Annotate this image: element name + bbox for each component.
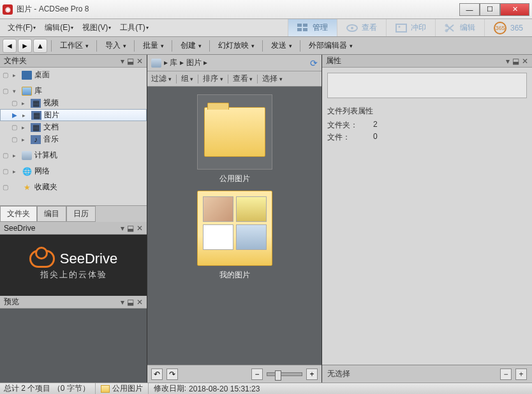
panel-menu-icon[interactable]: ▾ (506, 57, 510, 66)
nav-forward-button[interactable]: ► (18, 39, 32, 53)
zoom-out-button[interactable]: − (251, 368, 263, 380)
prop-files-label: 文件： (327, 132, 360, 143)
menu-view[interactable]: 视图(V)▾ (78, 21, 115, 34)
import-menu[interactable]: 导入 (101, 39, 130, 52)
breadcrumb: ▸ 库 ▸ 图片 ▸ ⟳ (147, 55, 321, 71)
thumb-my-pictures[interactable]: 我的图片 (196, 191, 273, 281)
breadcrumb-root[interactable]: ▸ 库 (164, 57, 177, 68)
svg-point-7 (398, 26, 400, 27)
folder-open-icon (197, 191, 272, 266)
menubar: 文件(F)▾ 编辑(E)▾ 视图(V)▾ 工具(T)▾ 管理 查看 冲印 编辑 … (0, 19, 532, 37)
external-editor-menu[interactable]: 外部编辑器 (305, 39, 357, 52)
mode-develop[interactable]: 冲印 (386, 19, 435, 36)
group-menu[interactable]: 组 (181, 73, 194, 84)
preview-panel-header: 预览 ▾⬓✕ (0, 296, 147, 309)
breadcrumb-current[interactable]: ▸ 图片 ▸ (180, 57, 207, 68)
mode-view[interactable]: 查看 (337, 19, 386, 36)
tree-pictures[interactable]: ▶▸▦图片 (0, 109, 147, 121)
scissors-icon (445, 24, 456, 33)
workspace-menu[interactable]: 工作区 (56, 39, 92, 52)
library-icon (151, 59, 161, 68)
tree-desktop[interactable]: ▢▸桌面 (0, 69, 147, 81)
panel-menu-icon[interactable]: ▾ (121, 224, 124, 233)
prop-folders-label: 文件夹： (327, 120, 360, 131)
folder-tree: ▢▸桌面 ▢▾库 ▢▸▦视频 ▶▸▦图片 ▢▸▦文档 ▢▸♪音乐 ▢▸计算机 ▢… (0, 68, 147, 205)
menu-edit[interactable]: 编辑(E)▾ (41, 21, 77, 34)
seedrive-slogan: 指尖上的云体验 (40, 269, 107, 281)
svg-point-5 (351, 27, 353, 29)
panel-pin-icon[interactable]: ⬓ (127, 224, 134, 233)
seedrive-brand: SeeDrive (60, 251, 117, 267)
titlebar: ◉ 图片 - ACDSee Pro 8 — ☐ ✕ (0, 0, 532, 19)
365-icon: 365 (494, 22, 506, 34)
panel-menu-icon[interactable]: ▾ (121, 57, 124, 66)
svg-rect-2 (297, 28, 302, 31)
minimize-button[interactable]: — (459, 3, 480, 16)
thumb-public-pictures[interactable]: 公用图片 (196, 94, 273, 184)
tab-calendar[interactable]: 日历 (66, 206, 96, 222)
properties-field[interactable] (327, 73, 527, 98)
preview-area (0, 309, 147, 383)
maximize-button[interactable]: ☐ (480, 3, 500, 16)
nav-back-button[interactable]: ◄ (3, 39, 17, 53)
svg-rect-1 (303, 24, 307, 27)
mode-365[interactable]: 365 365 (484, 19, 532, 36)
menu-tools[interactable]: 工具(T)▾ (116, 21, 152, 34)
zoom-in-button[interactable]: + (515, 368, 527, 380)
mode-edit[interactable]: 编辑 (435, 19, 484, 36)
zoom-out-button[interactable]: − (500, 368, 512, 380)
panel-close-icon[interactable]: ✕ (137, 224, 143, 233)
thumbnail-area[interactable]: 公用图片 我的图片 (147, 87, 321, 365)
panel-pin-icon[interactable]: ⬓ (127, 298, 134, 307)
panel-menu-icon[interactable]: ▾ (121, 298, 124, 307)
tree-libraries[interactable]: ▢▾库 (0, 85, 147, 97)
toolbar: ◄ ► ▲ 工作区 导入 批量 创建 幻灯放映 发送 外部编辑器 (0, 37, 532, 55)
panel-pin-icon[interactable]: ⬓ (512, 57, 519, 66)
folders-panel-header: 文件夹 ▾⬓✕ (0, 55, 147, 68)
seedrive-panel[interactable]: SeeDrive 指尖上的云体验 (0, 235, 147, 296)
nav-up-button[interactable]: ▲ (33, 39, 47, 53)
panel-pin-icon[interactable]: ⬓ (127, 57, 134, 66)
properties-panel-header: 属性 ▾⬓✕ (322, 55, 532, 68)
rotate-right-button[interactable]: ↷ (166, 368, 178, 380)
status-mod-value: 2018-08-20 15:31:23 (189, 384, 260, 393)
filter-menu[interactable]: 过滤 (151, 73, 172, 84)
sort-menu[interactable]: 排序 (203, 73, 223, 84)
tree-music[interactable]: ▢▸♪音乐 (0, 133, 147, 145)
properties-panel: 文件列表属性 文件夹：2 文件：0 (322, 68, 532, 149)
create-menu[interactable]: 创建 (177, 39, 205, 52)
grid-icon (297, 24, 309, 33)
tree-network[interactable]: ▢▸🌐网络 (0, 165, 147, 177)
panel-close-icon[interactable]: ✕ (137, 57, 143, 66)
tab-folders[interactable]: 文件夹 (0, 206, 37, 222)
status-path: 公用图片 (112, 383, 143, 394)
panel-close-icon[interactable]: ✕ (522, 57, 528, 66)
select-menu[interactable]: 选择 (262, 73, 283, 84)
prop-files-value: 0 (373, 132, 378, 143)
image-icon (395, 24, 407, 33)
view-menu[interactable]: 查看 (233, 73, 253, 84)
rotate-left-button[interactable]: ↶ (151, 368, 163, 380)
refresh-icon[interactable]: ⟳ (310, 58, 318, 68)
panel-close-icon[interactable]: ✕ (137, 298, 143, 307)
close-button[interactable]: ✕ (500, 3, 529, 16)
seedrive-panel-header: SeeDrive ▾⬓✕ (0, 222, 147, 235)
tree-computer[interactable]: ▢▸计算机 (0, 149, 147, 161)
tree-documents[interactable]: ▢▸▦文档 (0, 121, 147, 133)
batch-menu[interactable]: 批量 (139, 39, 168, 52)
menu-file[interactable]: 文件(F)▾ (4, 21, 40, 34)
tree-favorites[interactable]: ▢★收藏夹 (0, 181, 147, 193)
properties-footer: 无选择 − + (322, 365, 532, 383)
folder-icon (204, 107, 265, 157)
mode-manage[interactable]: 管理 (288, 19, 337, 36)
app-icon: ◉ (3, 4, 13, 15)
properties-section-title: 文件列表属性 (327, 106, 527, 117)
folder-tabs: 文件夹 编目 日历 (0, 205, 147, 222)
slideshow-menu[interactable]: 幻灯放映 (214, 39, 258, 52)
tab-catalog[interactable]: 编目 (37, 206, 66, 222)
folder-icon (101, 385, 110, 393)
zoom-slider[interactable] (267, 372, 302, 376)
zoom-in-button[interactable]: + (306, 368, 318, 380)
send-menu[interactable]: 发送 (267, 39, 296, 52)
tree-videos[interactable]: ▢▸▦视频 (0, 97, 147, 109)
